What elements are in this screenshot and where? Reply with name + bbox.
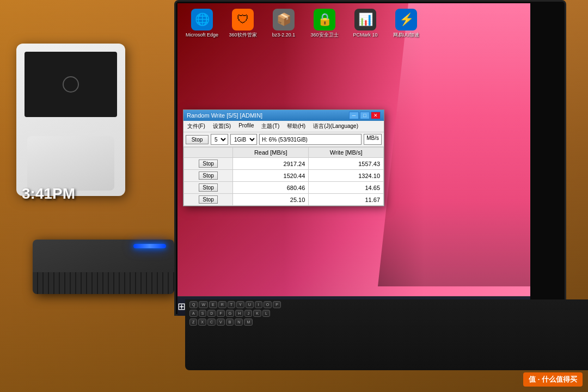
key-w[interactable]: W [199, 301, 208, 308]
desktop-icon-uujia[interactable]: ⚡ 网易UU加速 [387, 9, 425, 38]
row3-stop-button[interactable]: Stop [199, 183, 218, 192]
key-t[interactable]: T [228, 301, 235, 308]
desktop-icon-360safe[interactable]: 🔒 360安全卫士 [305, 9, 344, 38]
key-h[interactable]: H [235, 310, 243, 317]
key-a[interactable]: A [189, 310, 198, 317]
key-z[interactable]: Z [189, 318, 197, 326]
pcmark-icon: 📊 [354, 9, 376, 30]
row1-write: 1557.43 [309, 158, 384, 170]
menu-language[interactable]: 语言(J)(Language) [311, 122, 360, 131]
key-v[interactable]: V [217, 318, 225, 326]
laptop-screen: 🌐 Microsoft Edge 🛡 360软件管家 📦 bz3-2.20.1 … [174, 0, 566, 316]
row1-stop-button[interactable]: Stop [199, 160, 218, 168]
menu-settings[interactable]: 设置(S) [211, 122, 232, 131]
row2-read: 1520.44 [233, 170, 309, 182]
edge-icon-label: Microsoft Edge [186, 32, 218, 38]
key-c[interactable]: C [207, 318, 216, 326]
menu-help[interactable]: 帮助(H) [285, 122, 307, 131]
desktop-icon-pcmark[interactable]: 📊 PCMark 10 [346, 9, 384, 38]
key-p[interactable]: P [273, 301, 281, 308]
time-display: 3:41PM [22, 185, 75, 203]
menu-file[interactable]: 文件(F) [186, 122, 207, 131]
pcmark-label: PCMark 10 [353, 32, 377, 38]
col-header-label [184, 148, 233, 158]
row1-read: 2917.24 [233, 158, 309, 170]
desktop-icon-360manager[interactable]: 🛡 360软件管家 [224, 9, 262, 38]
360manager-icon: 🛡 [232, 9, 254, 30]
row3-read: 680.46 [233, 182, 309, 194]
cdm-menubar: 文件(F) 设置(S) Profile 主题(T) 帮助(H) 语言(J)(La… [183, 121, 384, 132]
key-q[interactable]: Q [189, 301, 198, 308]
key-u[interactable]: U [246, 301, 254, 308]
360safe-icon: 🔒 [314, 9, 335, 30]
white-device [16, 44, 125, 196]
desktop-icon-bz3[interactable]: 📦 bz3-2.20.1 [265, 9, 303, 38]
laptop-keyboard: Q W E R T Y U I O P A S D F G H J K L Z … [185, 299, 588, 370]
key-g[interactable]: G [226, 310, 234, 317]
key-f[interactable]: F [217, 310, 224, 317]
key-r[interactable]: R [218, 301, 226, 308]
uujia-icon: ⚡ [395, 9, 417, 30]
col-header-read: Read [MB/s] [233, 148, 309, 158]
cdm-toolbar: Stop 5 1GiB H: 6% (53/931GiB) MB/s [183, 132, 384, 147]
row1-label: Stop [184, 158, 233, 170]
menu-profile[interactable]: Profile [237, 122, 255, 131]
watermark: 值 · 什么值得买 [523, 372, 583, 387]
row2-write: 1324.10 [309, 170, 384, 182]
bz3-icon: 📦 [273, 9, 295, 30]
stop-button[interactable]: Stop [186, 135, 209, 144]
count-select[interactable]: 5 [211, 134, 228, 145]
device-screen [24, 52, 117, 117]
device-dot [63, 76, 79, 93]
results-table: Read [MB/s] Write [MB/s] Stop 2917.24 15… [183, 147, 384, 206]
row2-stop-button[interactable]: Stop [199, 171, 218, 180]
cdm-window: Random Write [5/5] [ADMIN] ─ □ ✕ 文件(F) 设… [183, 109, 384, 206]
key-i[interactable]: I [255, 301, 262, 308]
size-select[interactable]: 1GiB [230, 134, 257, 145]
row3-write: 14.65 [309, 182, 384, 194]
edge-icon: 🌐 [191, 9, 213, 30]
key-b[interactable]: B [226, 318, 234, 326]
screen-content: 🌐 Microsoft Edge 🛡 360软件管家 📦 bz3-2.20.1 … [177, 3, 530, 316]
360safe-label: 360安全卫士 [310, 32, 338, 38]
table-row: Stop 1520.44 1324.10 [184, 170, 384, 182]
row4-write: 11.67 [309, 194, 384, 206]
key-j[interactable]: J [244, 310, 252, 317]
key-row-1: Q W E R T Y U I O P [189, 301, 588, 308]
external-drive [33, 240, 174, 294]
desktop-icon-edge[interactable]: 🌐 Microsoft Edge [183, 9, 221, 38]
row4-read: 25.10 [233, 194, 309, 206]
table-row: Stop 25.10 11.67 [184, 194, 384, 206]
drive-led [133, 244, 166, 248]
key-k[interactable]: K [253, 310, 261, 317]
close-button[interactable]: ✕ [371, 112, 381, 119]
key-n[interactable]: N [235, 318, 243, 326]
360manager-label: 360软件管家 [229, 32, 256, 38]
menu-theme[interactable]: 主题(T) [260, 122, 281, 131]
row3-label: Stop [184, 182, 233, 194]
key-m[interactable]: M [244, 318, 253, 326]
key-l[interactable]: L [262, 310, 270, 317]
key-e[interactable]: E [209, 301, 217, 308]
laptop: 🌐 Microsoft Edge 🛡 360软件管家 📦 bz3-2.20.1 … [174, 0, 588, 370]
row4-stop-button[interactable]: Stop [199, 195, 218, 204]
drive-ribs [33, 272, 174, 294]
table-row: Stop 2917.24 1557.43 [184, 158, 384, 170]
device-body [27, 136, 114, 191]
key-x[interactable]: X [198, 318, 206, 326]
table-row: Stop 680.46 14.65 [184, 182, 384, 194]
uujia-label: 网易UU加速 [393, 32, 420, 38]
key-d[interactable]: D [207, 310, 216, 317]
minimize-button[interactable]: ─ [349, 112, 359, 119]
cdm-titlebar: Random Write [5/5] [ADMIN] ─ □ ✕ [183, 110, 384, 121]
row2-label: Stop [184, 170, 233, 182]
drive-info: H: 6% (53/931GiB) [259, 134, 362, 145]
cdm-title: Random Write [5/5] [ADMIN] [187, 112, 262, 119]
start-button[interactable]: ⊞ [177, 297, 186, 316]
key-y[interactable]: Y [236, 301, 244, 308]
maximize-button[interactable]: □ [360, 112, 370, 119]
col-header-write: Write [MB/s] [309, 148, 384, 158]
key-o[interactable]: O [264, 301, 272, 308]
key-s[interactable]: S [199, 310, 207, 317]
row4-label: Stop [184, 194, 233, 206]
